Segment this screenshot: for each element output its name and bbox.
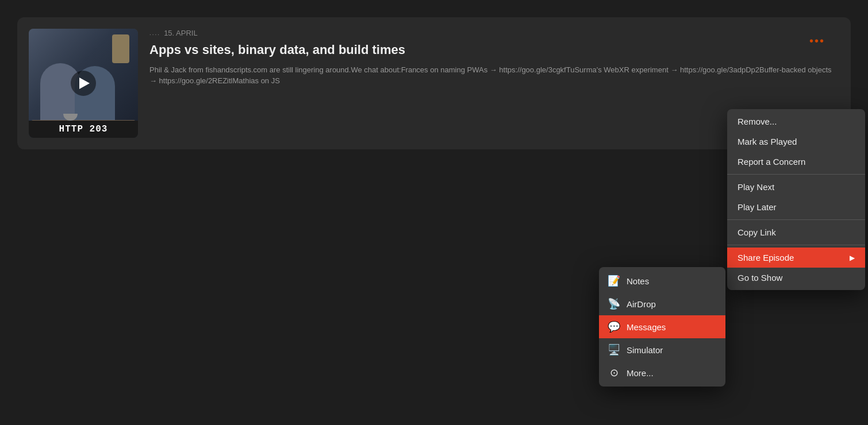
menu-item-share-episode[interactable]: Share Episode ▶: [727, 248, 865, 268]
context-submenu: 📝 Notes 📡 AirDrop 💬 Messages 🖥️ Simulato…: [599, 267, 725, 387]
menu-item-play-next[interactable]: Play Next: [727, 177, 865, 197]
menu-item-play-later-label: Play Later: [738, 202, 777, 212]
menu-item-go-to-show-label: Go to Show: [738, 273, 782, 283]
play-button-overlay[interactable]: [71, 71, 96, 96]
submenu-item-more-label: More...: [627, 368, 654, 378]
dots-decoration: ....: [149, 30, 160, 36]
submenu-item-messages[interactable]: 💬 Messages: [599, 315, 725, 338]
menu-item-remove[interactable]: Remove...: [727, 111, 865, 132]
notes-icon: 📝: [607, 275, 621, 287]
menu-item-report[interactable]: Report a Concern: [727, 152, 865, 172]
submenu-item-notes[interactable]: 📝 Notes: [599, 269, 725, 292]
menu-item-play-later[interactable]: Play Later: [727, 197, 865, 217]
submenu-item-airdrop-label: AirDrop: [627, 299, 656, 309]
episode-card: HTTP 203 .... 15. APRIL Apps vs sites, b…: [17, 17, 851, 149]
episode-date: .... 15. APRIL: [149, 29, 839, 37]
menu-item-play-next-label: Play Next: [738, 182, 774, 192]
more-icon: ⊙: [607, 366, 621, 379]
menu-item-share-episode-label: Share Episode: [738, 253, 794, 262]
lamp-decoration: [112, 34, 129, 63]
episode-info: .... 15. APRIL Apps vs sites, binary dat…: [149, 29, 839, 87]
submenu-item-simulator[interactable]: 🖥️ Simulator: [599, 338, 725, 361]
messages-icon: 💬: [607, 320, 621, 333]
podcast-label: HTTP 203: [29, 121, 138, 138]
more-options-button[interactable]: •••: [809, 34, 825, 48]
menu-item-go-to-show[interactable]: Go to Show: [727, 268, 865, 288]
submenu-item-more[interactable]: ⊙ More...: [599, 361, 725, 384]
menu-divider-2: [727, 219, 865, 220]
submenu-item-notes-label: Notes: [627, 276, 649, 286]
menu-item-copy-link-label: Copy Link: [738, 227, 776, 237]
date-text: 15. APRIL: [164, 29, 198, 37]
submenu-item-airdrop[interactable]: 📡 AirDrop: [599, 292, 725, 315]
submenu-chevron-icon: ▶: [850, 254, 855, 262]
episode-title: Apps vs sites, binary data, and build ti…: [149, 42, 839, 59]
context-menu-main: Remove... Mark as Played Report a Concer…: [727, 109, 865, 290]
submenu-item-messages-label: Messages: [627, 322, 666, 332]
menu-item-mark-played[interactable]: Mark as Played: [727, 132, 865, 152]
airdrop-icon: 📡: [607, 298, 621, 310]
app-background: HTTP 203 .... 15. APRIL Apps vs sites, b…: [0, 0, 868, 425]
submenu-item-simulator-label: Simulator: [627, 345, 663, 355]
play-icon: [79, 78, 90, 89]
simulator-icon: 🖥️: [607, 343, 621, 356]
episode-description: Phil & Jack from fishandscripts.com are …: [149, 64, 839, 87]
menu-divider-1: [727, 174, 865, 175]
menu-item-remove-label: Remove...: [738, 117, 777, 126]
menu-item-copy-link[interactable]: Copy Link: [727, 222, 865, 242]
menu-item-report-label: Report a Concern: [738, 157, 805, 167]
menu-divider-3: [727, 245, 865, 245]
menu-item-mark-played-label: Mark as Played: [738, 137, 797, 146]
episode-thumbnail[interactable]: HTTP 203: [29, 29, 138, 138]
